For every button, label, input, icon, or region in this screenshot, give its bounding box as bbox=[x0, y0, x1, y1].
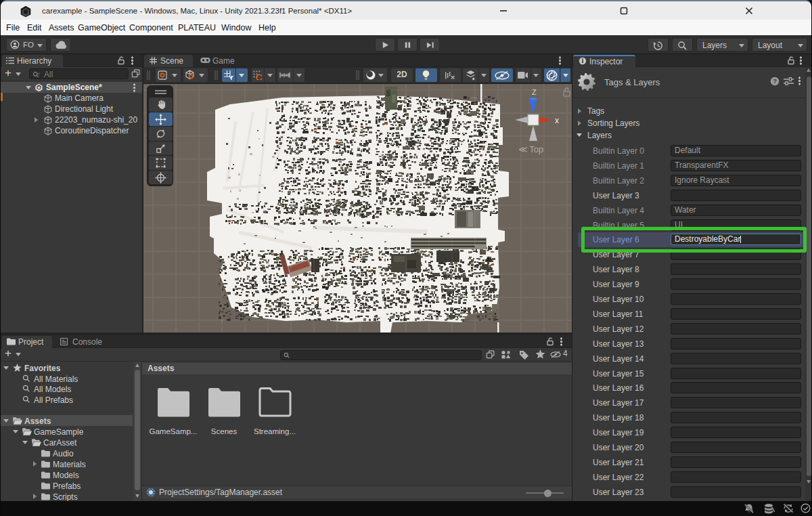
svg-text:?: ? bbox=[773, 77, 777, 85]
svg-text:Z: Z bbox=[532, 88, 537, 96]
svg-text:x: x bbox=[555, 116, 559, 125]
